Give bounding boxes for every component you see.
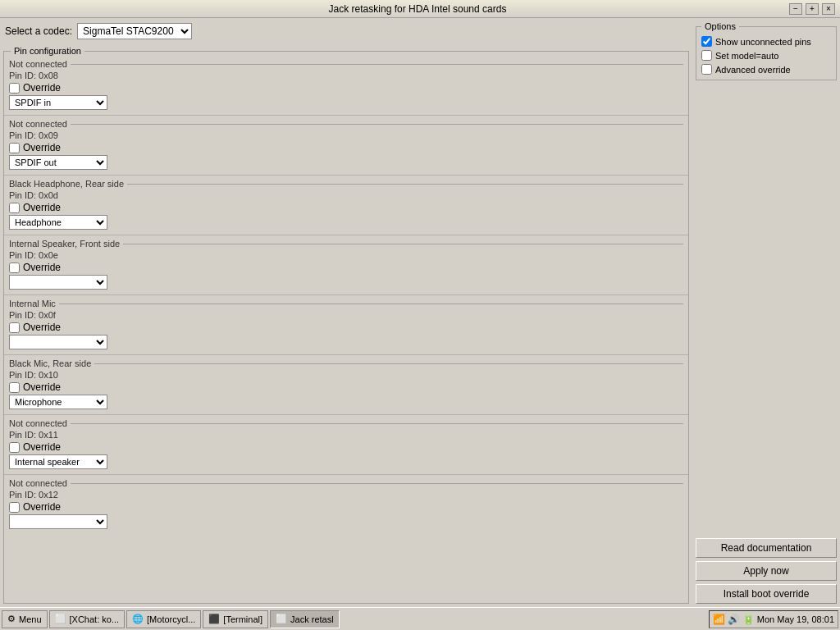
pin-7-dropdown[interactable]: SPDIF in SPDIF out Headphone Microphone … xyxy=(9,514,107,529)
left-panel: Select a codec: SigmaTel STAC9200 Pin co… xyxy=(0,18,692,607)
show-unconnected-checkbox[interactable] xyxy=(701,36,712,47)
pin-item-3: Internal Speaker, Front side Pin ID: 0x0… xyxy=(4,235,688,295)
pin-config-legend: Pin configuration xyxy=(11,46,84,56)
pin-1-dropdown-row: SPDIF in SPDIF out Headphone Microphone … xyxy=(9,155,683,170)
motorcycle-icon: 🌐 xyxy=(132,614,144,624)
pin-item-4: Internal Mic Pin ID: 0x0f Override SPDIF… xyxy=(4,295,688,355)
pin-0-id: Pin ID: 0x08 xyxy=(9,71,683,80)
pin-3-override-checkbox[interactable] xyxy=(9,262,20,273)
advanced-override-checkbox[interactable] xyxy=(701,64,712,75)
close-button[interactable]: × xyxy=(822,3,835,15)
start-icon: ⚙ xyxy=(7,614,16,624)
pin-3-dropdown[interactable]: SPDIF in SPDIF out Headphone Microphone … xyxy=(9,275,107,290)
pin-1-override-label: Override xyxy=(23,142,61,153)
pin-config-fieldset: Pin configuration Not connected Pin ID: … xyxy=(3,46,689,604)
pin-4-override-row: Override xyxy=(9,322,683,333)
pin-1-connection: Not connected xyxy=(9,119,67,129)
tray-volume-icon: 🔊 xyxy=(728,614,740,625)
jack-icon: ⬜ xyxy=(276,614,287,624)
right-panel: Options Show unconnected pins Set model=… xyxy=(692,18,840,607)
pin-7-override-label: Override xyxy=(23,501,61,513)
pin-1-override-checkbox[interactable] xyxy=(9,143,20,153)
pin-7-override-checkbox[interactable] xyxy=(9,502,20,513)
tray-battery-icon: 🔋 xyxy=(742,614,755,625)
window-title: Jack retasking for HDA Intel sound cards xyxy=(46,3,789,15)
set-model-checkbox[interactable] xyxy=(701,50,712,61)
pin-1-override-row: Override xyxy=(9,142,683,153)
pin-2-connection: Black Headphone, Rear side xyxy=(9,179,124,189)
taskbar-item-terminal[interactable]: ⬛ [Terminal] xyxy=(203,610,268,628)
pin-0-override-label: Override xyxy=(23,82,61,94)
motorcycle-label: [Motorcycl... xyxy=(147,614,195,624)
codec-select[interactable]: SigmaTel STAC9200 xyxy=(77,23,192,39)
pin-2-dropdown-row: SPDIF in SPDIF out Headphone Microphone … xyxy=(9,215,683,230)
taskbar-item-xchat[interactable]: ⬜ [XChat: ko... xyxy=(49,610,126,628)
right-spacer xyxy=(696,84,837,535)
pin-6-override-row: Override xyxy=(9,441,683,453)
pin-5-override-checkbox[interactable] xyxy=(9,382,20,393)
pin-5-override-label: Override xyxy=(23,381,61,393)
main-content: Select a codec: SigmaTel STAC9200 Pin co… xyxy=(0,18,840,607)
read-docs-button[interactable]: Read documentation xyxy=(696,538,837,558)
option-1-label: Set model=auto xyxy=(715,51,778,61)
pin-6-id: Pin ID: 0x11 xyxy=(9,430,683,440)
option-item-1: Set model=auto xyxy=(701,50,831,61)
pin-1-dropdown[interactable]: SPDIF in SPDIF out Headphone Microphone … xyxy=(9,155,107,170)
pin-5-id: Pin ID: 0x10 xyxy=(9,370,683,380)
taskbar: ⚙ Menu ⬜ [XChat: ko... 🌐 [Motorcycl... ⬛… xyxy=(0,607,840,630)
taskbar-tray: 📶 🔊 🔋 Mon May 19, 08:01 xyxy=(709,610,838,628)
terminal-label: [Terminal] xyxy=(223,614,262,624)
pin-2-override-checkbox[interactable] xyxy=(9,203,20,213)
pin-7-connection: Not connected xyxy=(9,478,67,488)
taskbar-start[interactable]: ⚙ Menu xyxy=(2,610,48,628)
pin-0-override-checkbox[interactable] xyxy=(9,83,20,94)
pin-item-5: Black Mic, Rear side Pin ID: 0x10 Overri… xyxy=(4,355,688,415)
options-fieldset: Options Show unconnected pins Set model=… xyxy=(696,21,837,80)
option-2-label: Advanced override xyxy=(715,65,791,75)
pin-6-override-checkbox[interactable] xyxy=(9,442,20,453)
pin-3-connection: Internal Speaker, Front side xyxy=(9,239,120,249)
pin-3-id: Pin ID: 0x0e xyxy=(9,250,683,260)
pin-6-dropdown-row: SPDIF in SPDIF out Headphone Microphone … xyxy=(9,454,683,469)
pin-0-override-row: Override xyxy=(9,82,683,94)
pin-5-dropdown-row: SPDIF in SPDIF out Headphone Microphone … xyxy=(9,395,683,409)
taskbar-item-jack[interactable]: ⬜ Jack retasl xyxy=(270,610,340,628)
pin-config-scroll[interactable]: Not connected Pin ID: 0x08 Override SPDI… xyxy=(4,56,688,603)
maximize-button[interactable]: + xyxy=(806,3,819,15)
pin-0-connection: Not connected xyxy=(9,59,67,69)
pin-2-id: Pin ID: 0x0d xyxy=(9,190,683,200)
pin-item-1: Not connected Pin ID: 0x09 Override SPDI… xyxy=(4,116,688,176)
option-0-label: Show unconnected pins xyxy=(715,37,811,47)
pin-3-override-label: Override xyxy=(23,262,61,273)
pin-4-id: Pin ID: 0x0f xyxy=(9,310,683,320)
taskbar-item-motorcycle[interactable]: 🌐 [Motorcycl... xyxy=(126,610,201,628)
xchat-label: [XChat: ko... xyxy=(70,614,120,624)
pin-7-override-row: Override xyxy=(9,501,683,513)
apply-now-button[interactable]: Apply now xyxy=(696,561,837,581)
pin-item-7: Not connected Pin ID: 0x12 Override SPDI… xyxy=(4,475,688,534)
pin-item-0: Not connected Pin ID: 0x08 Override SPDI… xyxy=(4,56,688,116)
codec-row: Select a codec: SigmaTel STAC9200 xyxy=(3,21,689,41)
start-label: Menu xyxy=(19,614,42,624)
install-boot-button[interactable]: Install boot override xyxy=(696,584,837,604)
option-item-0: Show unconnected pins xyxy=(701,36,831,47)
pin-6-override-label: Override xyxy=(23,441,61,453)
pin-5-override-row: Override xyxy=(9,381,683,393)
pin-6-dropdown[interactable]: SPDIF in SPDIF out Headphone Microphone … xyxy=(9,454,107,469)
pin-0-dropdown[interactable]: SPDIF in SPDIF out Headphone Microphone … xyxy=(9,95,107,110)
pin-2-override-row: Override xyxy=(9,202,683,213)
pin-7-id: Pin ID: 0x12 xyxy=(9,490,683,500)
pin-4-dropdown-row: SPDIF in SPDIF out Headphone Microphone … xyxy=(9,335,683,349)
pin-2-dropdown[interactable]: SPDIF in SPDIF out Headphone Microphone … xyxy=(9,215,107,230)
xchat-icon: ⬜ xyxy=(55,614,66,624)
pin-3-override-row: Override xyxy=(9,262,683,273)
codec-label: Select a codec: xyxy=(5,25,72,37)
pin-4-dropdown[interactable]: SPDIF in SPDIF out Headphone Microphone … xyxy=(9,335,107,349)
pin-4-override-checkbox[interactable] xyxy=(9,322,20,333)
minimize-button[interactable]: − xyxy=(789,3,802,15)
terminal-icon: ⬛ xyxy=(208,614,220,624)
jack-label: Jack retasl xyxy=(290,614,334,624)
pin-5-dropdown[interactable]: SPDIF in SPDIF out Headphone Microphone … xyxy=(9,395,107,409)
right-buttons: Read documentation Apply now Install boo… xyxy=(696,538,837,604)
pin-7-dropdown-row: SPDIF in SPDIF out Headphone Microphone … xyxy=(9,514,683,529)
